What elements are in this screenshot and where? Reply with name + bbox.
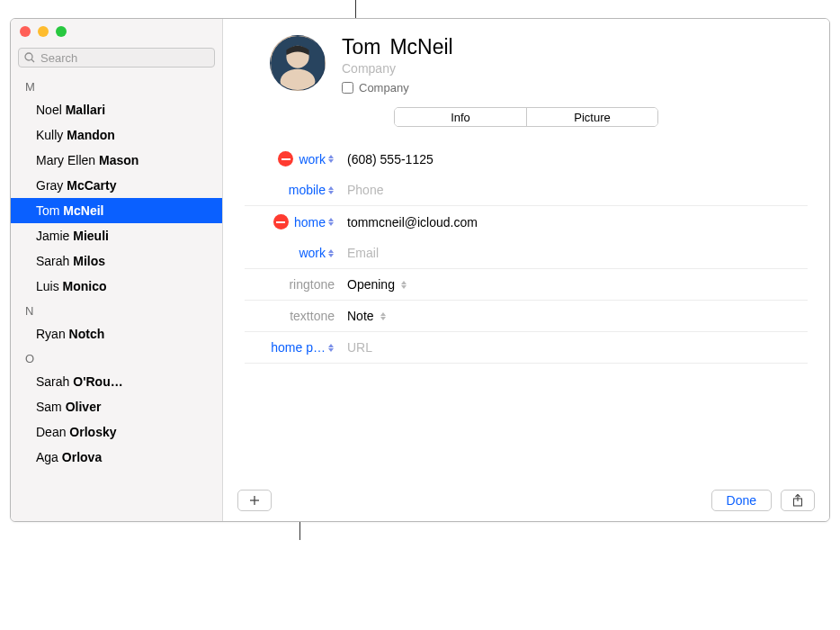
contacts-window: M Noel Mallari Kully Mandon Mary Ellen M… <box>10 18 830 522</box>
homepage-value[interactable]: URL <box>340 340 808 355</box>
ringtone-select[interactable]: Opening <box>347 277 407 292</box>
minus-icon <box>276 221 285 223</box>
share-icon <box>792 494 803 507</box>
contact-item[interactable]: Noel Mallari <box>11 97 222 122</box>
chevron-updown-icon <box>327 218 335 226</box>
phone-work-value[interactable]: (608) 555-1125 <box>340 152 808 166</box>
section-header: O <box>11 346 222 369</box>
contact-item[interactable]: Sarah O'Rou… <box>11 369 222 394</box>
contact-item[interactable]: Aga Orlova <box>11 445 222 470</box>
last-name-field[interactable]: McNeil <box>389 35 452 59</box>
contact-item-selected[interactable]: Tom McNeil <box>11 198 222 223</box>
plus-icon <box>249 495 260 506</box>
contacts-list[interactable]: M Noel Mallari Kully Mandon Mary Ellen M… <box>11 75 222 521</box>
contact-item[interactable]: Gray McCarty <box>11 173 222 198</box>
chevron-updown-icon <box>380 312 387 320</box>
section-header: M <box>11 75 222 97</box>
company-checkbox-label: Company <box>359 81 409 94</box>
add-field-button[interactable] <box>237 490 272 511</box>
done-button[interactable]: Done <box>711 490 772 511</box>
minimize-window-button[interactable] <box>38 26 49 37</box>
first-name-field[interactable]: Tom <box>342 35 380 59</box>
remove-phone-work-button[interactable] <box>278 151 293 166</box>
chevron-updown-icon <box>327 249 335 257</box>
chevron-updown-icon <box>400 281 407 289</box>
company-checkbox-row[interactable]: Company <box>342 81 808 94</box>
contact-item[interactable]: Sam Oliver <box>11 394 222 419</box>
search-input[interactable] <box>39 50 209 66</box>
email-home-value[interactable]: tommcneil@icloud.com <box>340 215 808 230</box>
contact-item[interactable]: Jamie Mieuli <box>11 223 222 248</box>
homepage-label-dropdown[interactable]: home p… <box>271 340 335 355</box>
zoom-window-button[interactable] <box>56 26 67 37</box>
chevron-updown-icon <box>327 344 335 352</box>
email-work-value[interactable]: Email <box>340 246 808 260</box>
svg-rect-5 <box>281 158 290 160</box>
contact-item[interactable]: Sarah Milos <box>11 248 222 274</box>
phone-work-label-dropdown[interactable]: work <box>299 152 335 166</box>
company-checkbox[interactable] <box>342 82 353 94</box>
contact-detail: Tom McNeil Company Company Info Picture <box>223 19 829 521</box>
contact-item[interactable]: Ryan Notch <box>11 321 222 346</box>
contact-avatar[interactable] <box>270 35 326 91</box>
search-icon <box>24 52 35 63</box>
svg-line-1 <box>31 59 34 62</box>
texttone-select[interactable]: Note <box>347 309 387 323</box>
search-field[interactable] <box>18 48 215 68</box>
contacts-sidebar: M Noel Mallari Kully Mandon Mary Ellen M… <box>11 19 223 521</box>
svg-point-0 <box>25 53 32 60</box>
ringtone-label: ringtone <box>289 277 335 292</box>
svg-rect-6 <box>276 221 285 223</box>
tab-picture[interactable]: Picture <box>526 108 657 126</box>
tab-switcher: Info Picture <box>394 107 658 127</box>
close-window-button[interactable] <box>20 26 31 37</box>
phone-mobile-label-dropdown[interactable]: mobile <box>289 183 335 197</box>
contact-item[interactable]: Kully Mandon <box>11 122 222 148</box>
chevron-updown-icon <box>327 186 335 194</box>
tab-info[interactable]: Info <box>395 108 526 126</box>
phone-mobile-value[interactable]: Phone <box>340 183 808 197</box>
email-work-label-dropdown[interactable]: work <box>299 246 335 260</box>
chevron-updown-icon <box>327 155 335 163</box>
email-home-label-dropdown[interactable]: home <box>294 215 335 230</box>
share-button[interactable] <box>781 490 815 511</box>
window-controls <box>20 26 67 37</box>
texttone-label: texttone <box>290 309 335 323</box>
minus-icon <box>281 158 290 160</box>
company-field[interactable]: Company <box>342 61 808 76</box>
section-header: N <box>11 299 222 321</box>
contact-item[interactable]: Mary Ellen Mason <box>11 148 222 173</box>
contact-item[interactable]: Dean Orlosky <box>11 419 222 445</box>
remove-email-home-button[interactable] <box>273 214 289 230</box>
contact-item[interactable]: Luis Monico <box>11 274 222 299</box>
